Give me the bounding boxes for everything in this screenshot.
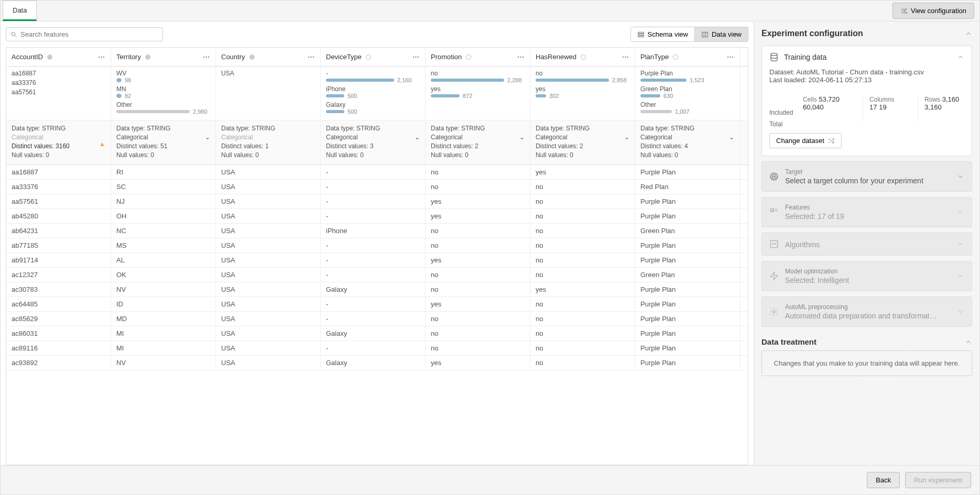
column-header-territory[interactable]: Territory⋯ <box>111 48 216 66</box>
cell: ab77185 <box>6 238 111 252</box>
schema-view-button[interactable]: Schema view <box>631 27 695 41</box>
svg-point-1 <box>904 10 905 11</box>
chevron-down-icon <box>957 240 964 248</box>
cell: no <box>530 238 635 252</box>
chevron-up-icon[interactable] <box>965 30 972 37</box>
back-button[interactable]: Back <box>867 472 900 488</box>
more-icon[interactable]: ⋯ <box>412 53 420 61</box>
status-dot-icon <box>145 54 150 60</box>
column-header-hasrenewed[interactable]: HasRenewed⋯ <box>530 48 635 66</box>
cell: aa33376 <box>6 180 111 194</box>
search-input[interactable] <box>20 30 158 38</box>
features-text: Selected: 17 of 19 <box>785 212 844 221</box>
target-text: Select a target column for your experime… <box>785 177 923 185</box>
chevron-down-icon <box>957 208 964 216</box>
preprocessing-card[interactable]: AutoML preprocessing Automated data prep… <box>762 297 972 326</box>
data-grid[interactable]: AccountID⋯Territory⋯Country⋯DeviceType⋯P… <box>6 47 748 465</box>
column-header-country[interactable]: Country⋯ <box>216 48 321 66</box>
cell: no <box>530 297 635 311</box>
cell: - <box>321 312 426 326</box>
algorithms-card[interactable]: Algorithms <box>762 233 972 255</box>
cell: - <box>321 341 426 355</box>
more-icon[interactable]: ⋯ <box>517 53 525 61</box>
table-row[interactable]: ac64485IDUSA-yesnoPurple Plan <box>6 297 748 312</box>
feature-type-select[interactable]: Categorical⌄ <box>326 134 420 141</box>
cell: ac12327 <box>6 268 111 282</box>
cell: USA <box>216 341 321 355</box>
chevron-down-icon <box>957 272 964 280</box>
table-row[interactable]: ac86031MIUSAGalaxynonoPurple Plan <box>6 326 748 341</box>
run-experiment-button[interactable]: Run experiment <box>905 472 971 488</box>
cell: NJ <box>111 194 216 208</box>
more-icon[interactable]: ⋯ <box>308 53 315 61</box>
val-tot-rows: 3,160 <box>924 103 942 111</box>
distribution-promotion: no2,288yes872 <box>426 67 530 120</box>
table-row[interactable]: ac85629MDUSA-nonoPurple Plan <box>6 312 748 326</box>
table-row[interactable]: aa33376SCUSA-nonoRed Plan <box>6 180 748 194</box>
view-configuration-button[interactable]: View configuration <box>892 3 974 19</box>
table-row[interactable]: ac12327OKUSA-nonoGreen Plan <box>6 268 748 282</box>
column-header-plantype[interactable]: PlanType⋯ <box>635 48 740 66</box>
table-row[interactable]: aa16887RIUSA-noyesPurple Plan <box>6 165 748 180</box>
cell: Purple Plan <box>635 326 740 340</box>
table-row[interactable]: ac89116MIUSA-nonoPurple Plan <box>6 341 748 356</box>
features-card[interactable]: Features Selected: 17 of 19 <box>762 197 972 227</box>
status-dot-icon <box>47 54 52 60</box>
cell: aa16887 <box>6 165 111 179</box>
cell: no <box>426 180 530 194</box>
features-label: Features <box>785 204 844 211</box>
svg-line-4 <box>15 35 16 37</box>
cell: OK <box>111 268 216 282</box>
column-header-accountid[interactable]: AccountID⋯ <box>6 48 111 66</box>
data-view-button[interactable]: Data view <box>695 27 748 41</box>
search-icon <box>10 31 17 38</box>
cell: Red Plan <box>635 180 740 194</box>
cell: - <box>321 209 426 223</box>
warning-icon: ▲ <box>99 140 105 148</box>
training-data-card-header[interactable]: Training data <box>762 46 972 68</box>
column-header-promotion[interactable]: Promotion⋯ <box>426 48 530 66</box>
distribution-territory: WV98MN82Other2,980 <box>111 67 216 120</box>
table-row[interactable]: ac30783NVUSAGalaxynoyesPurple Plan <box>6 282 748 297</box>
cell: USA <box>216 282 321 296</box>
table-row[interactable]: ab91714ALUSA-yesnoPurple Plan <box>6 253 748 268</box>
cell: NV <box>111 282 216 296</box>
cell: Galaxy <box>321 326 426 340</box>
more-icon[interactable]: ⋯ <box>622 53 629 61</box>
distribution-country: USA <box>216 67 321 120</box>
feature-type-select[interactable]: Categorical⌄ <box>116 134 210 141</box>
feature-type-select[interactable]: Categorical⌄ <box>640 134 734 141</box>
more-icon[interactable]: ⋯ <box>727 53 734 61</box>
cell: ac64485 <box>6 297 111 311</box>
label-cells: Cells <box>803 96 817 103</box>
table-row[interactable]: ab45280OHUSA-yesnoPurple Plan <box>6 209 748 224</box>
cell: yes <box>426 356 530 370</box>
feature-type-select[interactable]: Categorical⌄ <box>431 134 525 141</box>
status-dot-icon <box>249 54 255 60</box>
table-row[interactable]: ab64231NCUSAiPhonenonoGreen Plan <box>6 224 748 238</box>
model-opt-text: Selected: Intelligent <box>785 276 849 284</box>
cell: Purple Plan <box>635 312 740 326</box>
model-optimization-card[interactable]: Model optimization Selected: Intelligent <box>762 261 972 291</box>
table-row[interactable]: aa57561NJUSA-yesnoPurple Plan <box>6 194 748 209</box>
cell: Purple Plan <box>635 253 740 267</box>
tab-data[interactable]: Data <box>3 1 37 21</box>
cell: USA <box>216 209 321 223</box>
chevron-up-icon[interactable] <box>965 338 972 346</box>
table-row[interactable]: ab77185MSUSA-nonoPurple Plan <box>6 238 748 253</box>
table-row[interactable]: ac93892NVUSAGalaxyyesnoPurple Plan <box>6 356 748 370</box>
algorithms-label: Algorithms <box>785 240 820 249</box>
cell: ab45280 <box>6 209 111 223</box>
target-card[interactable]: Target Select a target column for your e… <box>762 162 972 191</box>
feature-type-select[interactable]: Categorical⌄ <box>536 134 629 141</box>
cell: no <box>530 268 635 282</box>
column-header-devicetype[interactable]: DeviceType⋯ <box>321 48 426 66</box>
cell: yes <box>530 282 635 296</box>
change-dataset-button[interactable]: Change dataset <box>769 133 842 148</box>
label-rows: Rows <box>924 96 940 103</box>
more-icon[interactable]: ⋯ <box>203 53 210 61</box>
more-icon[interactable]: ⋯ <box>98 53 105 61</box>
cell: USA <box>216 165 321 179</box>
cell: no <box>530 209 635 223</box>
search-input-wrapper[interactable] <box>6 27 163 41</box>
